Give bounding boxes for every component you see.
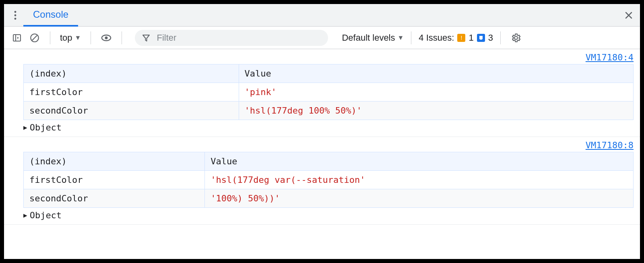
- live-expression-button[interactable]: [98, 30, 114, 46]
- toolbar-divider: [122, 31, 122, 44]
- console-entry: VM17180:4 (index) Value firstColor 'pink…: [4, 49, 640, 137]
- filter-input[interactable]: [156, 32, 321, 43]
- warning-badge-icon: !: [457, 34, 465, 42]
- toolbar-divider: [50, 31, 50, 44]
- filter-box[interactable]: [135, 30, 328, 46]
- source-link[interactable]: VM17180:8: [586, 140, 634, 150]
- console-table: (index) Value firstColor 'pink' secondCo…: [23, 64, 634, 120]
- close-button[interactable]: [621, 7, 637, 23]
- svg-rect-3: [13, 35, 21, 41]
- context-selector[interactable]: top ▼: [58, 33, 83, 43]
- table-header-row: (index) Value: [24, 152, 634, 171]
- table-row: secondColor '100%) 50%))': [24, 189, 634, 208]
- info-badge-icon: [477, 34, 485, 42]
- chevron-down-icon: ▼: [75, 34, 81, 41]
- toolbar-divider: [411, 31, 411, 44]
- settings-button[interactable]: [508, 30, 524, 46]
- cell-value: 'pink': [239, 83, 633, 101]
- source-link-row: VM17180:4: [4, 49, 640, 64]
- source-link[interactable]: VM17180:4: [586, 52, 634, 62]
- toolbar-divider: [500, 31, 501, 44]
- object-expander[interactable]: ▶ Object: [4, 208, 640, 224]
- console-entry: VM17180:8 (index) Value firstColor 'hsl(…: [4, 137, 640, 225]
- col-value: Value: [239, 64, 633, 83]
- tab-bar: Console: [4, 4, 640, 27]
- issues-label: 4 Issues:: [419, 33, 454, 43]
- log-levels-selector[interactable]: Default levels ▼: [342, 33, 404, 43]
- table-header-row: (index) Value: [24, 64, 634, 83]
- source-link-row: VM17180:8: [4, 137, 640, 152]
- svg-marker-5: [17, 37, 19, 39]
- info-count: 3: [488, 33, 493, 43]
- expand-label: Object: [30, 210, 62, 220]
- console-output: VM17180:4 (index) Value firstColor 'pink…: [4, 49, 640, 259]
- context-label: top: [60, 33, 72, 43]
- svg-point-0: [14, 11, 17, 13]
- svg-point-9: [105, 36, 108, 39]
- tab-console[interactable]: Console: [23, 4, 78, 27]
- issues-button[interactable]: 4 Issues: ! 1 3: [419, 33, 493, 43]
- cell-value: '100%) 50%))': [205, 189, 634, 208]
- expand-triangle-icon: ▶: [23, 124, 27, 131]
- cell-key: firstColor: [24, 171, 205, 189]
- toggle-sidebar-button[interactable]: [9, 30, 25, 46]
- cell-key: secondColor: [24, 101, 239, 120]
- clear-console-button[interactable]: [27, 30, 43, 46]
- devtools-window: Console top ▼ Default levels: [4, 4, 640, 259]
- filter-icon: [142, 34, 150, 42]
- cell-value: 'hsl(177deg 100% 50%)': [239, 101, 633, 120]
- svg-line-7: [32, 35, 37, 40]
- warning-count: 1: [469, 33, 473, 43]
- console-toolbar: top ▼ Default levels ▼ 4 Issues: ! 1 3: [4, 27, 640, 49]
- table-row: firstColor 'pink': [24, 83, 634, 101]
- expand-label: Object: [30, 122, 62, 133]
- table-row: secondColor 'hsl(177deg 100% 50%)': [24, 101, 634, 120]
- svg-point-1: [14, 14, 17, 16]
- table-row: firstColor 'hsl(177deg var(--saturation': [24, 171, 634, 189]
- expand-triangle-icon: ▶: [23, 211, 27, 219]
- chevron-down-icon: ▼: [398, 34, 404, 41]
- col-value: Value: [205, 152, 634, 171]
- cell-key: secondColor: [24, 189, 205, 208]
- svg-point-2: [14, 18, 17, 20]
- kebab-menu-button[interactable]: [7, 7, 23, 23]
- object-expander[interactable]: ▶ Object: [4, 120, 640, 137]
- col-index: (index): [24, 152, 205, 171]
- cell-value: 'hsl(177deg var(--saturation': [205, 171, 634, 189]
- cell-key: firstColor: [24, 83, 239, 101]
- console-table: (index) Value firstColor 'hsl(177deg var…: [23, 152, 634, 208]
- toolbar-divider: [91, 31, 91, 44]
- col-index: (index): [24, 64, 239, 83]
- levels-label: Default levels: [342, 33, 395, 43]
